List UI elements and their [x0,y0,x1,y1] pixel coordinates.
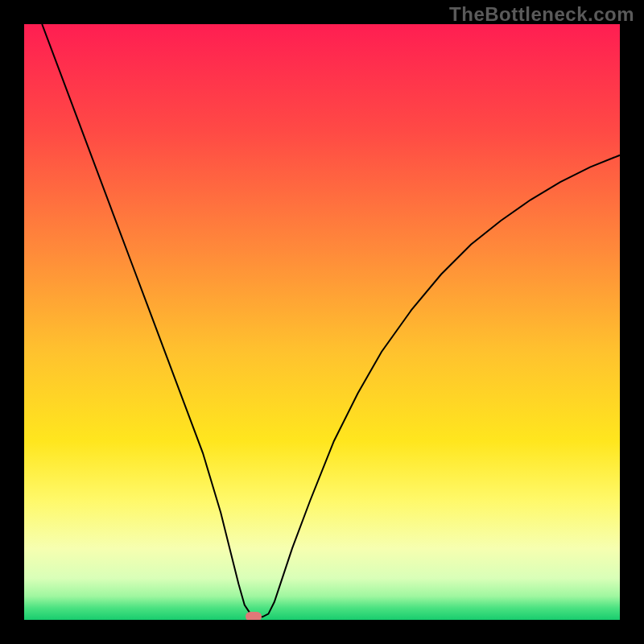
curve-path [42,24,620,617]
watermark-text: TheBottleneck.com [449,3,634,26]
chart-frame: TheBottleneck.com [0,0,644,644]
bottleneck-curve [24,24,620,620]
optimum-marker [246,612,262,620]
plot-area [24,24,620,620]
